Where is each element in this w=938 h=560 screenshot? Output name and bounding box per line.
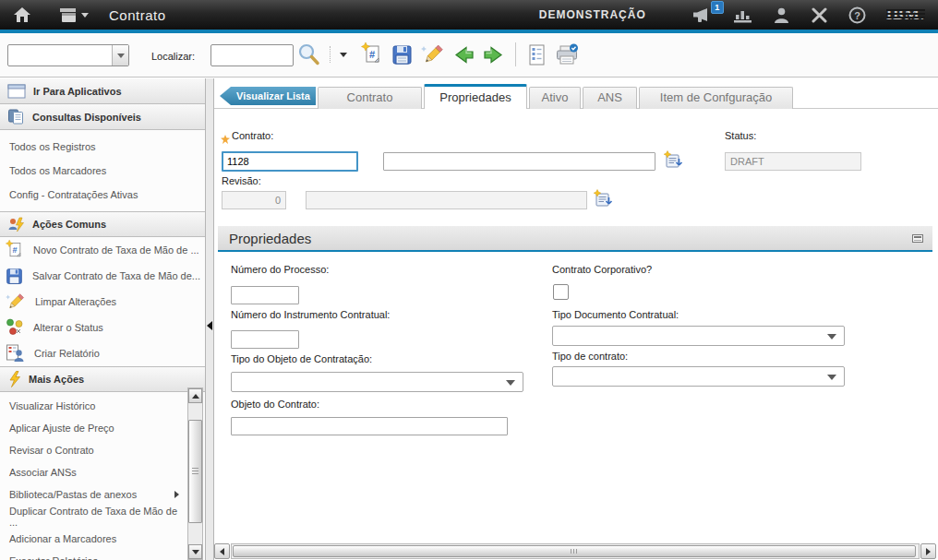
contract-number-input[interactable] [222, 151, 358, 172]
instrument-number-label: Número do Instrumento Contratual: [231, 309, 390, 320]
contract-object-type-select[interactable] [231, 372, 523, 392]
application-window: Contrato DEMONSTRAÇÃO 1 [0, 0, 938, 560]
revision-field: 0 [222, 191, 286, 209]
scroll-track[interactable] [231, 543, 920, 559]
corporate-contract-checkbox[interactable] [553, 284, 569, 300]
ibm-logo: IBM. [886, 6, 925, 24]
save-icon[interactable] [391, 44, 413, 66]
scroll-up-button[interactable] [188, 388, 202, 403]
revision-label: Revisão: [222, 175, 261, 186]
tab-ativo[interactable]: Ativo [529, 87, 581, 109]
find-input[interactable] [210, 44, 294, 66]
menu-item-associar-anss[interactable]: Associar ANSs [0, 461, 205, 483]
environment-label: DEMONSTRAÇÃO [539, 8, 646, 21]
search-icon[interactable] [297, 42, 320, 66]
minimize-section-icon[interactable] [912, 234, 923, 243]
scroll-right-button[interactable] [920, 543, 936, 559]
home-icon[interactable] [13, 6, 31, 23]
change-status-icon [6, 318, 24, 337]
print-icon[interactable] [555, 43, 579, 66]
new-record-icon[interactable]: # [361, 42, 383, 66]
document-type-select[interactable] [552, 326, 845, 346]
previous-record-icon[interactable] [453, 45, 475, 65]
create-report-icon [6, 344, 25, 363]
common-actions-list: # Novo Contrato de Taxa de Mão de ... Sa… [0, 237, 205, 366]
profile-icon[interactable] [773, 7, 790, 23]
action-item-novo-contrato[interactable]: # Novo Contrato de Taxa de Mão de ... [0, 237, 205, 263]
long-description-icon[interactable] [663, 150, 683, 174]
menu-item-aplicar-ajuste-de-preco[interactable]: Aplicar Ajuste de Preço [0, 417, 205, 439]
tab-ans[interactable]: ANS [583, 87, 637, 109]
action-item-limpar-alteracoes[interactable]: Limpar Alterações [0, 289, 205, 315]
sidebar-header-more-actions[interactable]: Mais Ações [0, 366, 205, 392]
tab-bar: Contrato Propriedades Ativo ANS Item de … [318, 84, 793, 109]
process-number-input[interactable] [231, 286, 299, 304]
ibm-logo-stripes [886, 7, 925, 21]
scroll-thumb[interactable] [233, 545, 916, 557]
menu-item-executar-relatorios[interactable]: Executar Relatórios [0, 550, 205, 560]
query-item-todos-os-marcadores[interactable]: Todos os Marcadores [0, 159, 205, 183]
main-content: Visualizar Lista Contrato Propriedades A… [214, 78, 938, 560]
action-item-criar-relatorio[interactable]: Criar Relatório [0, 340, 205, 366]
tab-contrato[interactable]: Contrato [318, 87, 422, 109]
close-icon[interactable] [811, 7, 828, 23]
notifications-icon[interactable]: 1 [691, 7, 713, 23]
record-toolbar: Localizar: # [0, 33, 938, 77]
menu-item-duplicar-contrato[interactable]: Duplicar Contrato de Taxa de Mão de ... [0, 506, 205, 528]
combo-arrow-button[interactable] [112, 45, 128, 66]
status-field: DRAFT [725, 152, 861, 171]
search-options-caret-icon[interactable] [340, 53, 347, 57]
menu-item-revisar-o-contrato[interactable]: Revisar o Contrato [0, 439, 205, 461]
action-item-salvar-contrato[interactable]: Salvar Contrato de Taxa de Mão de... [0, 263, 205, 289]
next-record-icon[interactable] [483, 45, 504, 65]
go-to-menu-icon[interactable] [57, 7, 89, 23]
save-icon [6, 268, 23, 285]
instrument-number-input[interactable] [231, 330, 299, 349]
chevron-down-icon [81, 13, 89, 18]
scroll-thumb[interactable] [188, 420, 202, 523]
scroll-down-button[interactable] [188, 544, 202, 559]
tab-item-de-confguracao[interactable]: Item de Confguração [639, 87, 793, 109]
tab-propriedades[interactable]: Propriedades [424, 84, 527, 109]
sidebar-scrollbar[interactable] [187, 387, 203, 560]
record-combo-input[interactable] [8, 45, 112, 66]
horizontal-scrollbar[interactable] [214, 543, 938, 559]
chevron-down-icon [506, 380, 515, 386]
svg-text:#: # [369, 49, 375, 60]
clear-changes-icon[interactable] [421, 43, 445, 66]
contract-type-select[interactable] [552, 366, 845, 387]
view-list-button[interactable]: Visualizar Lista [220, 87, 316, 105]
revision-description-field [306, 191, 587, 209]
select-records-icon[interactable] [527, 43, 547, 66]
new-record-icon: # [6, 240, 24, 260]
status-label: Status: [725, 130, 756, 141]
reports-chart-icon[interactable] [733, 7, 752, 23]
common-actions-icon [7, 217, 25, 232]
query-item-todos-os-registros[interactable]: Todos os Registros [0, 135, 205, 159]
sidebar-collapse-strip[interactable] [205, 78, 214, 560]
query-list: Todos os Registros Todos os Marcadores C… [0, 130, 205, 211]
contract-object-input[interactable] [231, 417, 508, 435]
menu-item-biblioteca-pastas-de-anexos[interactable]: Biblioteca/Pastas de anexos [0, 483, 205, 506]
sidebar-item-go-to-applications[interactable]: Ir Para Aplicativos [0, 78, 205, 104]
help-icon[interactable]: ? [848, 6, 866, 24]
action-item-alterar-o-status[interactable]: Alterar o Status [0, 315, 205, 340]
sidebar-header-available-queries[interactable]: Consultas Disponíveis [0, 104, 205, 130]
long-description-icon[interactable] [593, 189, 613, 213]
dotted-separator [330, 46, 331, 63]
submenu-arrow-icon [174, 491, 179, 498]
scroll-left-button[interactable] [214, 543, 230, 559]
chevron-down-icon [827, 334, 836, 340]
clear-changes-icon [6, 292, 26, 311]
contract-type-label: Tipo de contrato: [552, 351, 628, 362]
menu-item-visualizar-historico[interactable]: Visualizar Histórico [0, 395, 205, 417]
menu-item-adicionar-a-marcadores[interactable]: Adicionar a Marcadores [0, 528, 205, 550]
contract-object-label: Objeto do Contrato: [231, 399, 319, 410]
sidebar-header-common-actions[interactable]: Ações Comuns [0, 211, 205, 237]
svg-text:#: # [12, 245, 17, 255]
collapse-left-icon[interactable] [207, 321, 212, 330]
contract-description-input[interactable] [383, 152, 655, 171]
query-item-config-contratacoes-ativas[interactable]: Config - Contratações Ativas [0, 183, 205, 207]
record-combo[interactable] [7, 44, 129, 66]
properties-section-header: Propriedades [218, 226, 932, 252]
